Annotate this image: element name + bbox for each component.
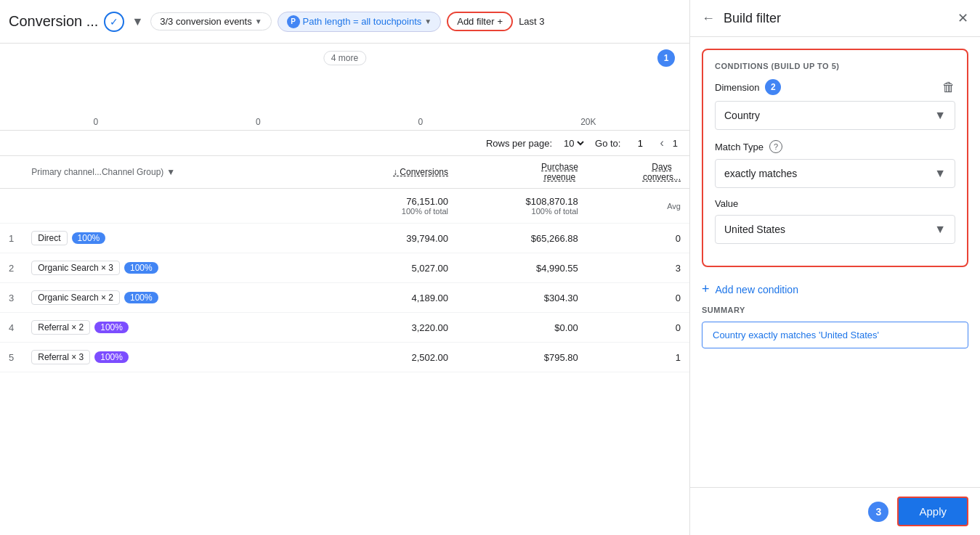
channel-tag: Organic Search × 3 100% xyxy=(31,261,158,275)
conditions-section: CONDITIONS (BUILD UP TO 5) Dimension 2 🗑… xyxy=(702,49,968,267)
channel-tag: Organic Search × 2 100% xyxy=(31,290,158,305)
dropdown-arrow-icon: ▼ xyxy=(934,109,946,122)
dimension-field-label: Dimension 2 🗑 xyxy=(715,79,955,95)
totals-row: 76,151.00 100% of total $108,870.18 100%… xyxy=(0,189,689,224)
summary-chip: Country exactly matches 'United States' xyxy=(702,322,968,348)
conversion-events-badge[interactable]: 3/3 conversion events ▼ xyxy=(150,12,271,30)
add-filter-button[interactable]: Add filter + xyxy=(447,12,513,31)
right-panel: ← Build filter ✕ CONDITIONS (BUILD UP TO… xyxy=(689,0,980,535)
summary-label: SUMMARY xyxy=(702,306,968,314)
conversions-sort-button[interactable]: ↓ Conversions xyxy=(393,167,448,177)
panel-body: CONDITIONS (BUILD UP TO 5) Dimension 2 🗑… xyxy=(690,37,980,487)
col-channel-header[interactable]: Primary channel...Channel Group) ▼ xyxy=(23,156,322,189)
channel-sort-button[interactable]: Primary channel...Channel Group) ▼ xyxy=(31,167,175,177)
prev-page-button[interactable]: ‹ xyxy=(660,136,663,150)
chart-x-labels: 0 0 0 20K xyxy=(15,114,675,130)
table-row: 3 Organic Search × 2 100% 4,189.00 $304.… xyxy=(0,283,689,313)
dimension-dropdown[interactable]: Country ▼ xyxy=(715,101,955,130)
pagination-row: Rows per page: 10 25 50 Go to: ‹ 1 xyxy=(0,131,689,156)
match-type-field-label: Match Type ? xyxy=(715,140,955,153)
add-condition-row[interactable]: + Add new condition xyxy=(702,279,968,300)
table-row: 1 Direct 100% 39,794.00 $65,266.88 0 xyxy=(0,224,689,253)
step3-badge: 3 xyxy=(868,502,888,522)
four-more-badge: 4 more xyxy=(323,51,366,65)
path-badge[interactable]: P Path length = all touchpoints ▼ xyxy=(278,12,442,32)
value-arrow-icon: ▼ xyxy=(934,223,946,236)
header-bar: Conversion ... ✓ ▼ 3/3 conversion events… xyxy=(0,0,689,44)
close-button[interactable]: ✕ xyxy=(957,10,968,26)
app-title: Conversion ... xyxy=(9,13,98,30)
go-to-label: Go to: xyxy=(595,138,620,149)
col-conversions-header[interactable]: ↓ Conversions xyxy=(322,156,457,189)
p-icon: P xyxy=(287,15,300,28)
add-condition-icon: + xyxy=(702,282,710,297)
days-sort-button[interactable]: Daysconvers... xyxy=(643,162,681,182)
panel-title: Build filter xyxy=(724,11,949,26)
step2-badge: 2 xyxy=(765,79,781,95)
channel-tag: Referral × 2 100% xyxy=(31,320,129,335)
match-type-dropdown[interactable]: exactly matches ▼ xyxy=(715,159,955,188)
table-row: 4 Referral × 2 100% 3,220.00 $0.00 0 xyxy=(0,313,689,343)
channel-tag: Direct 100% xyxy=(31,231,105,245)
table-area: Primary channel...Channel Group) ▼ ↓ Con… xyxy=(0,156,689,535)
table-row: 5 Referral × 3 100% 2,502.00 $795.80 1 xyxy=(0,343,689,372)
data-table: Primary channel...Channel Group) ▼ ↓ Con… xyxy=(0,156,689,372)
col-revenue-header[interactable]: Purchaserevenue xyxy=(457,156,587,189)
chart-area: 4 more 1 0 0 0 20K xyxy=(0,44,689,131)
revenue-sort-button[interactable]: Purchaserevenue xyxy=(541,162,578,182)
col-num-header xyxy=(0,156,23,189)
col-days-header[interactable]: Daysconvers... xyxy=(587,156,689,189)
channel-tag: Referral × 3 100% xyxy=(31,350,129,364)
back-button[interactable]: ← xyxy=(702,11,715,26)
table-row: 2 Organic Search × 3 100% 5,027.00 $4,99… xyxy=(0,253,689,283)
current-page: 1 xyxy=(673,138,678,149)
last-text: Last 3 xyxy=(519,16,544,27)
main-area: Conversion ... ✓ ▼ 3/3 conversion events… xyxy=(0,0,689,535)
value-field-label: Value xyxy=(715,198,955,209)
value-dropdown[interactable]: United States ▼ xyxy=(715,215,955,244)
conditions-section-label: CONDITIONS (BUILD UP TO 5) xyxy=(715,62,955,70)
chart-step-badge: 1 xyxy=(657,49,675,67)
title-dropdown-btn[interactable]: ▼ xyxy=(130,14,145,30)
match-type-help-icon[interactable]: ? xyxy=(769,140,782,153)
add-condition-label: Add new condition xyxy=(716,284,798,295)
status-icon: ✓ xyxy=(104,12,124,32)
go-to-input[interactable] xyxy=(629,138,651,149)
apply-button[interactable]: Apply xyxy=(897,497,968,526)
rows-per-page-label: Rows per page: xyxy=(486,138,552,149)
match-type-arrow-icon: ▼ xyxy=(934,167,946,180)
rows-per-page-select[interactable]: 10 25 50 xyxy=(561,137,586,150)
panel-footer: 3 Apply xyxy=(690,487,980,535)
panel-header: ← Build filter ✕ xyxy=(690,0,980,37)
summary-section: SUMMARY Country exactly matches 'United … xyxy=(702,306,968,348)
delete-dimension-button[interactable]: 🗑 xyxy=(942,80,955,95)
